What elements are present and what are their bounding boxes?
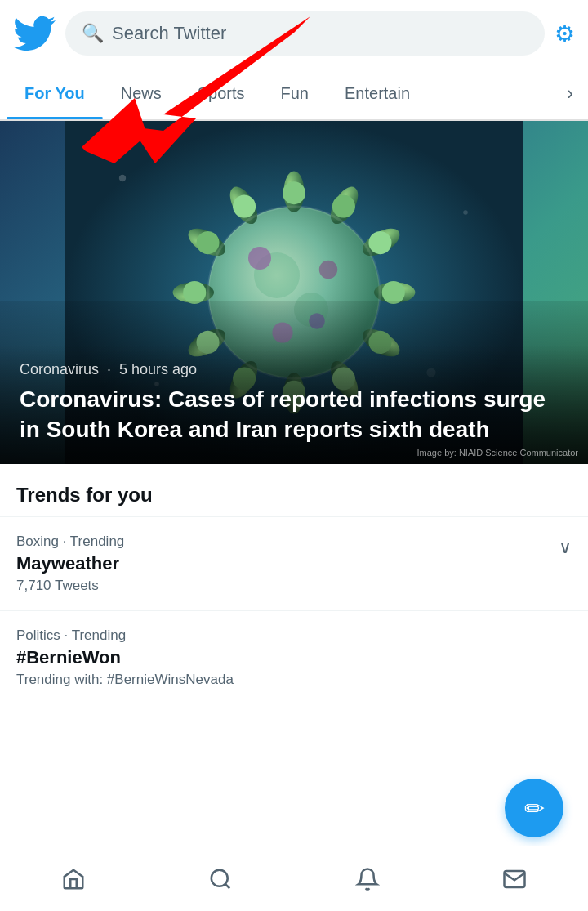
- trend-count-1: 7,710 Tweets: [16, 578, 124, 594]
- hero-overlay: Coronavirus · 5 hours ago Coronavirus: C…: [0, 345, 588, 464]
- twitter-logo[interactable]: [13, 12, 56, 55]
- hero-meta: Coronavirus · 5 hours ago: [20, 361, 568, 378]
- tab-fun[interactable]: Fun: [263, 69, 327, 118]
- tab-news[interactable]: News: [103, 69, 180, 118]
- settings-icon[interactable]: ⚙: [555, 20, 575, 47]
- nav-notifications[interactable]: [294, 846, 441, 911]
- trends-header: Trends for you: [0, 464, 588, 516]
- bottom-nav: [0, 846, 588, 911]
- tab-sports[interactable]: Sports: [180, 69, 263, 118]
- header: 🔍 Search Twitter ⚙: [0, 0, 588, 67]
- trend-name-2: #BernieWon: [16, 647, 234, 668]
- compose-icon: ✏: [524, 794, 545, 823]
- trend-count-2: Trending with: #BernieWinsNevada: [16, 672, 234, 688]
- search-icon: 🔍: [82, 23, 104, 44]
- nav-messages[interactable]: [441, 846, 588, 911]
- trend-category-1: Boxing · Trending: [16, 534, 124, 550]
- compose-fab[interactable]: ✏: [505, 779, 564, 837]
- trend-item-berniewon[interactable]: Politics · Trending #BernieWon Trending …: [0, 610, 588, 704]
- svg-point-4: [463, 210, 468, 215]
- tab-for-you[interactable]: For You: [7, 69, 103, 118]
- tab-entertain[interactable]: Entertain: [327, 69, 428, 118]
- svg-point-3: [119, 175, 126, 181]
- nav-home[interactable]: [0, 846, 147, 911]
- search-placeholder: Search Twitter: [112, 23, 226, 44]
- svg-line-40: [225, 883, 229, 887]
- trend-content-2: Politics · Trending #BernieWon Trending …: [16, 627, 234, 688]
- hero-time: 5 hours ago: [119, 361, 197, 377]
- hero-category: Coronavirus: [20, 361, 99, 377]
- trend-category-2: Politics · Trending: [16, 627, 234, 644]
- hero-title: Coronavirus: Cases of reported infection…: [20, 385, 568, 444]
- trend-item-mayweather[interactable]: Boxing · Trending Mayweather 7,710 Tweet…: [0, 516, 588, 610]
- trend-name-1: Mayweather: [16, 553, 124, 574]
- svg-point-22: [283, 181, 305, 204]
- nav-search[interactable]: [147, 846, 294, 911]
- svg-point-39: [212, 869, 228, 886]
- svg-point-35: [319, 261, 337, 279]
- svg-point-34: [248, 247, 271, 270]
- hero-image[interactable]: Coronavirus · 5 hours ago Coronavirus: C…: [0, 121, 588, 464]
- trend-content: Boxing · Trending Mayweather 7,710 Tweet…: [16, 534, 124, 594]
- tabs-bar: For You News Sports Fun Entertain ›: [0, 67, 588, 121]
- tabs-chevron[interactable]: ›: [559, 67, 581, 119]
- search-bar[interactable]: 🔍 Search Twitter: [65, 11, 545, 56]
- hero-credit: Image by: NIAID Science Communicator: [417, 448, 578, 458]
- trend-chevron-1[interactable]: ∨: [559, 537, 572, 558]
